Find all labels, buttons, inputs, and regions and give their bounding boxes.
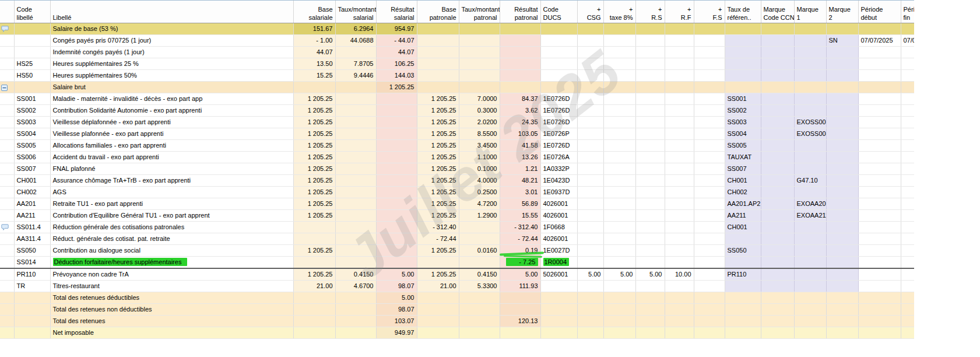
cell-res_sal[interactable] — [376, 105, 417, 117]
cell-periode_fin[interactable] — [901, 128, 914, 140]
cell-marque_ccn[interactable] — [761, 117, 794, 128]
cell-taxe8[interactable] — [603, 117, 635, 128]
cell-csg[interactable] — [577, 128, 603, 140]
cell-ducs[interactable]: 1E0726D — [540, 117, 577, 128]
cell-base_pat[interactable]: 1 205.25 — [417, 128, 459, 140]
cell-base_pat[interactable] — [417, 257, 459, 269]
cell-periode_debut[interactable] — [858, 152, 901, 163]
cell-base_sal[interactable]: 44.07 — [293, 47, 335, 58]
cell-taux_ref[interactable]: PR110 — [725, 268, 761, 281]
cell-rf[interactable] — [665, 117, 694, 128]
cell-marque_ccn[interactable] — [761, 257, 794, 269]
cell-base_sal[interactable]: 1 205.25 — [293, 105, 335, 117]
cell-periode_debut[interactable] — [858, 281, 901, 292]
cell-base_sal[interactable]: 1 205.25 — [293, 187, 335, 198]
cell-fs[interactable] — [694, 233, 725, 245]
cell-taux_sal[interactable] — [335, 175, 376, 187]
cell-base_pat[interactable]: 1 205.25 — [417, 140, 459, 152]
cell-ducs[interactable]: 1E0027D — [540, 245, 577, 257]
cell-taux_sal[interactable] — [335, 316, 376, 327]
cell-ducs[interactable] — [540, 316, 577, 327]
cell-taxe8[interactable] — [603, 257, 635, 269]
cell-taux_ref[interactable] — [725, 327, 761, 339]
table-row[interactable]: SS014Déduction forfaitaire/heures supplé… — [0, 257, 914, 269]
cell-marque2[interactable] — [826, 210, 858, 222]
cell-taxe8[interactable] — [603, 140, 635, 152]
cell-taux_pat[interactable]: 4.7200 — [459, 198, 500, 210]
cell-base_pat[interactable] — [417, 47, 459, 58]
cell-code[interactable]: CH002 — [14, 187, 50, 198]
cell-periode_fin[interactable] — [901, 82, 914, 93]
cell-label[interactable]: Allocations familiales - exo part appren… — [50, 140, 293, 152]
cell-taxe8[interactable]: 5.00 — [603, 268, 635, 281]
cell-marque_ccn[interactable] — [761, 93, 794, 105]
cell-taxe8[interactable] — [603, 281, 635, 292]
cell-ducs[interactable] — [540, 327, 577, 339]
cell-marque2[interactable] — [826, 152, 858, 163]
cell-csg[interactable] — [577, 304, 603, 316]
cell-marque1[interactable]: EXOAA211 — [794, 210, 826, 222]
cell-marque1[interactable] — [794, 233, 826, 245]
cell-res_pat[interactable] — [500, 70, 540, 82]
cell-marque2[interactable] — [826, 163, 858, 175]
cell-res_sal[interactable] — [376, 233, 417, 245]
cell-fs[interactable] — [694, 117, 725, 128]
cell-base_pat[interactable] — [417, 327, 459, 339]
cell-taux_sal[interactable] — [335, 152, 376, 163]
cell-marque1[interactable]: EXOSS003 — [794, 117, 826, 128]
table-row[interactable]: HS50Heures supplémentaires 50%15.259.444… — [0, 70, 914, 82]
cell-res_pat[interactable]: 56.89 — [500, 198, 540, 210]
cell-marque1[interactable]: EXOSS004 — [794, 128, 826, 140]
column-header-icon[interactable] — [0, 1, 14, 23]
cell-base_sal[interactable]: 1 205.25 — [293, 245, 335, 257]
table-row[interactable]: CH001Assurance chômage TrA+TrB - exo par… — [0, 175, 914, 187]
cell-marque_ccn[interactable] — [761, 187, 794, 198]
cell-taux_pat[interactable] — [459, 47, 500, 58]
cell-rf[interactable] — [665, 152, 694, 163]
cell-code[interactable]: AA201 — [14, 198, 50, 210]
cell-rf[interactable]: 10.00 — [665, 268, 694, 281]
cell-marque1[interactable] — [794, 222, 826, 233]
cell-label[interactable]: Assurance chômage TrA+TrB - exo part app… — [50, 175, 293, 187]
cell-ducs[interactable]: 1E0726D — [540, 105, 577, 117]
cell-taux_sal[interactable]: 4.6700 — [335, 281, 376, 292]
cell-taux_sal[interactable] — [335, 105, 376, 117]
cell-fs[interactable] — [694, 47, 725, 58]
cell-marque1[interactable] — [794, 316, 826, 327]
cell-periode_debut[interactable] — [858, 327, 901, 339]
cell-fs[interactable] — [694, 58, 725, 70]
table-row[interactable]: SS005Allocations familiales - exo part a… — [0, 140, 914, 152]
cell-rs[interactable] — [635, 58, 665, 70]
column-header-periode_debut[interactable]: Périodedébut — [858, 1, 901, 23]
cell-code[interactable] — [14, 82, 50, 93]
cell-code[interactable]: SS006 — [14, 152, 50, 163]
table-row[interactable]: Total des retenues déductibles5.00 — [0, 292, 914, 304]
cell-taux_sal[interactable] — [335, 82, 376, 93]
cell-taux_ref[interactable] — [725, 233, 761, 245]
cell-periode_debut[interactable] — [858, 175, 901, 187]
cell-marque_ccn[interactable] — [761, 35, 794, 47]
cell-res_sal[interactable]: 44.07 — [376, 47, 417, 58]
cell-taux_ref[interactable] — [725, 58, 761, 70]
cell-marque1[interactable]: EXOAA201 — [794, 198, 826, 210]
cell-fs[interactable] — [694, 327, 725, 339]
cell-base_pat[interactable]: 1 205.25 — [417, 117, 459, 128]
cell-base_pat[interactable]: 1 205.25 — [417, 210, 459, 222]
cell-taxe8[interactable] — [603, 82, 635, 93]
cell-rf[interactable] — [665, 163, 694, 175]
cell-csg[interactable] — [577, 187, 603, 198]
cell-marque2[interactable] — [826, 175, 858, 187]
cell-taux_ref[interactable]: SS007 — [725, 163, 761, 175]
cell-code[interactable]: AA211 — [14, 210, 50, 222]
cell-periode_debut[interactable] — [858, 70, 901, 82]
cell-ducs[interactable] — [540, 58, 577, 70]
cell-code[interactable] — [14, 316, 50, 327]
row-icon-cell[interactable] — [0, 105, 14, 117]
cell-periode_debut[interactable] — [858, 210, 901, 222]
cell-taux_sal[interactable] — [335, 304, 376, 316]
cell-base_pat[interactable]: 1 205.25 — [417, 152, 459, 163]
column-header-taux_pat[interactable]: Taux/montantpatronal — [459, 1, 500, 23]
cell-res_sal[interactable] — [376, 163, 417, 175]
cell-marque2[interactable] — [826, 82, 858, 93]
cell-taux_pat[interactable] — [459, 304, 500, 316]
